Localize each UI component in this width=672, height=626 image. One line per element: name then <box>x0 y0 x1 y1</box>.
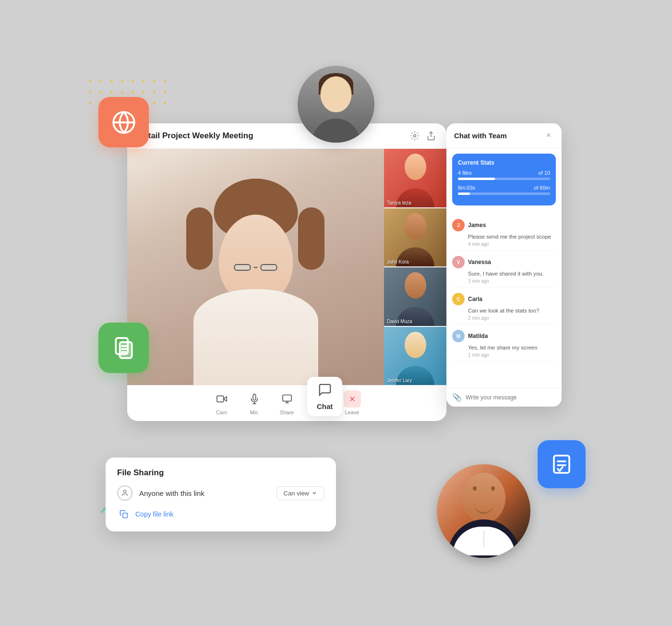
mic-label: Mic <box>250 409 258 415</box>
br-body <box>448 519 520 558</box>
share-icon[interactable] <box>426 131 436 141</box>
cam-label: Cam <box>216 409 227 415</box>
avatar-carla: C <box>452 293 465 305</box>
mic-icon <box>246 390 263 408</box>
copy-icon <box>117 507 131 521</box>
chat-float-label: Chat <box>307 377 342 416</box>
chevron-down-icon <box>312 490 317 496</box>
stats-time-bar <box>458 193 550 195</box>
chat-bubble: Chat <box>307 377 342 416</box>
file-sharing-panel: File Sharing Anyone with this link Can v… <box>106 457 336 531</box>
body <box>193 289 318 385</box>
main-speaker <box>127 149 384 385</box>
thumbnail-2[interactable]: John Kora <box>384 208 446 267</box>
hair-side-left <box>186 207 213 270</box>
stats-files-bar <box>458 178 550 180</box>
stats-time-current: 8m:03s <box>458 185 475 191</box>
meeting-body: Taniya teza John Kora David Muza <box>127 149 446 385</box>
cam-icon <box>213 390 230 408</box>
msg-time-vanessa: 3 min ago <box>452 278 556 284</box>
anyone-with-link-text: Anyone with this link <box>139 489 270 497</box>
file-icon-button[interactable] <box>98 323 149 373</box>
leave-label: Leave <box>345 409 360 415</box>
cam-button[interactable]: Cam <box>213 390 230 415</box>
permission-label: Can view <box>284 490 309 497</box>
avatar-matilda: M <box>452 330 465 342</box>
file-sharing-title: File Sharing <box>117 468 324 478</box>
meeting-header-controls <box>410 131 436 141</box>
chat-messages-list: J James Please send me the project scope… <box>446 211 562 387</box>
chat-msg-header-2: C Carla <box>452 293 556 305</box>
svg-rect-3 <box>120 342 132 358</box>
meeting-header: Retail Project Weekly Meeting <box>127 123 446 149</box>
svg-marker-12 <box>223 397 226 401</box>
chat-close-button[interactable]: × <box>543 130 554 141</box>
attach-icon[interactable]: 📎 <box>452 393 462 402</box>
stats-title: Current Stats <box>458 159 550 166</box>
chat-msg-header-0: J James <box>452 219 556 231</box>
br-head <box>462 473 505 523</box>
share-label: Share <box>280 409 294 415</box>
main-video-area <box>127 149 384 385</box>
settings-icon[interactable] <box>410 131 420 141</box>
chat-bubble-icon <box>318 383 332 400</box>
svg-rect-7 <box>554 456 569 473</box>
msg-text-vanessa: Sure, I have shared it with you. <box>452 270 556 277</box>
msg-time-matilda: 1 min ago <box>452 352 556 358</box>
chat-header: Chat with Team × <box>446 123 562 148</box>
share-button[interactable]: Share <box>278 390 296 415</box>
br-shirt <box>453 527 515 555</box>
participant-thumbnails: Taniya teza John Kora David Muza <box>384 149 446 385</box>
file-sharing-link-row: Anyone with this link Can view <box>117 485 324 501</box>
chat-bubble-text: Chat <box>317 402 333 410</box>
thumbnail-4[interactable]: Jenifer Lary <box>384 327 446 385</box>
copy-link-button[interactable]: Copy file link <box>135 510 173 518</box>
msg-time-james: 4 min ago <box>452 241 556 247</box>
chat-msg-header-3: M Matilda <box>452 330 556 342</box>
msg-time-carla: 2 min ago <box>452 315 556 321</box>
msg-text-matilda: Yes, let me share my screen <box>452 344 556 351</box>
msg-text-james: Please send me the project scope <box>452 233 556 241</box>
svg-point-10 <box>414 135 416 137</box>
chat-message-3: M Matilda Yes, let me share my screen 1 … <box>452 326 556 362</box>
stats-time-fill <box>458 193 470 195</box>
leave-button[interactable]: Leave <box>344 390 361 415</box>
leave-icon <box>344 390 361 408</box>
stats-card: Current Stats 4 files of 10 8m:03s of 60… <box>452 154 556 205</box>
chat-input-area: 📎 <box>446 387 562 407</box>
message-input[interactable] <box>466 394 556 401</box>
thumbnail-1[interactable]: Taniya teza <box>384 149 446 207</box>
link-icon <box>117 485 132 501</box>
stats-files-row: 4 files of 10 <box>458 170 550 176</box>
avatar-james: J <box>452 219 465 231</box>
stats-time-total: of 60m <box>534 185 550 191</box>
share-screen-icon <box>278 390 296 408</box>
body-decoration <box>312 119 360 143</box>
stats-time-row: 8m:03s of 60m <box>458 185 550 191</box>
stats-files-total: of 10 <box>539 170 550 176</box>
chat-message-2: C Carla Can we look at the stats too? 2 … <box>452 289 556 325</box>
thumbnail-name-1: Taniya teza <box>387 200 411 205</box>
chat-message-1: V Vanessa Sure, I have shared it with yo… <box>452 252 556 288</box>
avatar-vanessa: V <box>452 256 465 268</box>
mic-button[interactable]: Mic <box>246 390 263 415</box>
msg-name-james: James <box>468 222 486 229</box>
head-decoration <box>321 76 352 112</box>
msg-name-matilda: Matilda <box>468 333 488 339</box>
bottom-person <box>437 464 530 558</box>
control-bar: Cam Mic <box>127 385 446 420</box>
task-icon-button[interactable] <box>538 440 586 488</box>
meeting-title: Retail Project Weekly Meeting <box>138 131 253 141</box>
thumbnail-name-4: Jenifer Lary <box>387 378 412 383</box>
copy-link-row: Copy file link <box>117 507 324 521</box>
meeting-panel: Retail Project Weekly Meeting <box>127 123 446 421</box>
hair-side-right <box>298 207 324 270</box>
svg-point-21 <box>123 490 126 493</box>
top-profile-avatar <box>298 66 374 143</box>
thumbnail-3[interactable]: David Muza <box>384 267 446 326</box>
stats-files-current: 4 files <box>458 170 472 176</box>
svg-rect-16 <box>282 395 291 401</box>
permission-dropdown[interactable]: Can view <box>276 486 324 500</box>
globe-icon-button[interactable] <box>98 97 149 147</box>
msg-name-vanessa: Vanessa <box>468 259 491 265</box>
